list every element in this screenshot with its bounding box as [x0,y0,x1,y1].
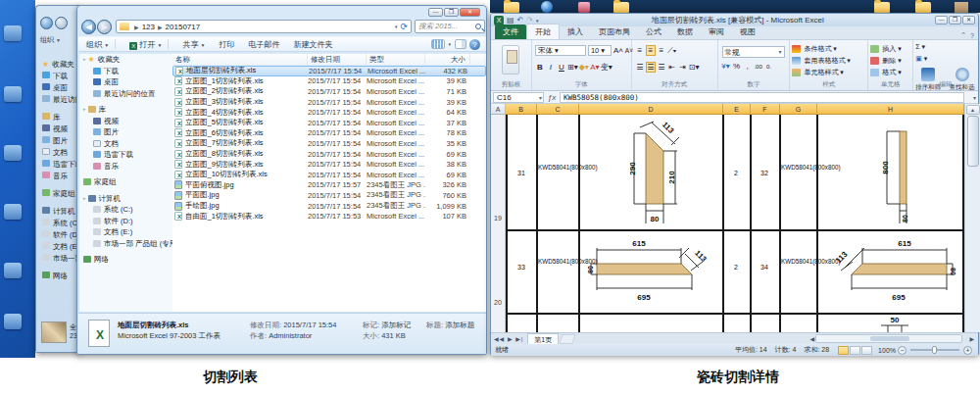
print-button[interactable]: 打印 [220,39,235,50]
sidebar-item-share[interactable]: 市场一部 产品组 (专用) [79,238,172,250]
tab-home[interactable]: 开始 [526,24,560,39]
cell-f19[interactable]: 32 [750,170,779,177]
explorer-window[interactable]: — ❐ ✕ ◀ ▶ ▶ 123 ▶ 20150717 ▾ ⟳ 搜索 2015..… [76,5,487,355]
save-button[interactable]: ▤ [507,16,514,25]
desktop-icon[interactable] [4,204,22,220]
hscroll-thumb[interactable] [870,336,909,341]
folder-icon[interactable] [915,2,931,13]
align-left-button[interactable]: ☰ [635,63,645,72]
open-button[interactable]: X打开 ▼ [129,39,162,50]
column-header-g[interactable]: G [780,104,817,115]
forward-button[interactable] [55,17,68,29]
cell-b19[interactable]: 31 [506,170,537,177]
sidebar-item-thunder[interactable]: 迅雷下载 [42,159,80,171]
sidebar-item-downloads[interactable]: 下载 [42,71,80,82]
file-row[interactable]: 立面图_1切割砖列表.xls 2015/7/17 15:54Microsoft … [172,76,486,87]
sidebar-item-drive-e[interactable]: 文档 (E:) [42,241,80,253]
align-right-button[interactable]: ☰ [657,63,666,72]
cell-e19[interactable]: 2 [722,170,750,177]
column-header-d[interactable]: D [579,104,723,115]
merge-center-button[interactable]: ⊡▾ [689,63,700,72]
fill-button[interactable]: ▣ ▾ [913,53,978,65]
add-tag-link[interactable]: 添加标记 [381,321,411,329]
column-name[interactable]: 名称 [172,54,308,65]
increase-indent-button[interactable]: ⇥ [678,63,688,72]
file-row[interactable]: 立面图_4切割砖列表.xls 2015/7/17 15:54Microsoft … [172,107,486,118]
row-header-19[interactable]: 19 [491,215,505,222]
font-size-select[interactable]: 10 ▾ [588,45,612,56]
insert-worksheet-tab[interactable] [560,334,576,344]
tab-insert[interactable]: 插入 [560,25,591,39]
help-button[interactable]: ? [469,39,480,50]
expand-icon[interactable]: ▸ [83,104,86,116]
phonetic-button[interactable]: 变▾ [601,62,612,73]
bold-button[interactable]: B [535,63,545,72]
cell-c19[interactable]: KWD58041(800x800) [538,164,577,172]
search-input[interactable]: 搜索 2015... [415,20,485,33]
tab-formulas[interactable]: 公式 [638,25,669,39]
maximize-button[interactable]: ❐ [444,8,459,17]
file-row[interactable]: 地面层切割砖列表.xls 2015/7/17 15:54Microsoft Ex… [172,66,486,76]
horizontal-scrollbar[interactable] [815,334,962,343]
sidebar-item-drive-d[interactable]: 软件 (D:) [79,216,172,227]
sidebar-item-recent[interactable]: 最近访问的位置 [42,94,80,106]
explorer-window-back[interactable]: 组织 ▼ ★收藏夹 下载 桌面 最近访问的位置 库 视频 图片 文档 迅雷下载 … [35,5,80,353]
desktop-icon[interactable] [4,263,22,278]
zoom-slider-knob[interactable] [932,346,937,354]
comma-button[interactable]: , [743,62,753,71]
sidebar-item-share[interactable]: 市场一部 产品组 (专用) [42,253,80,265]
column-date[interactable]: 修改日期 [308,54,367,65]
insert-cells-button[interactable]: 插入 ▾ [868,43,912,55]
tab-page-layout[interactable]: 页面布局 [591,25,638,39]
column-header-h[interactable]: H [817,104,964,115]
sidebar-item-desktop[interactable]: 桌面 [42,82,80,94]
decrease-decimal-button[interactable]: 0. [764,64,774,70]
page-layout-view-button[interactable] [850,346,860,355]
sidebar-item-pictures[interactable]: 图片 [79,126,172,138]
file-row[interactable]: 立面图_5切割砖列表.xls 2015/7/17 15:54Microsoft … [172,118,486,128]
views-button[interactable] [431,39,445,49]
sidebar-item-homegroup[interactable]: 家庭组 [42,188,80,200]
column-header-b[interactable]: B [506,104,537,115]
desktop-icon[interactable] [4,25,22,41]
close-button[interactable]: ✕ [460,8,480,17]
zoom-out-button[interactable]: − [898,346,906,355]
font-name-select[interactable]: 宋体 ▾ [535,45,586,56]
sidebar-item-desktop[interactable]: 桌面 [79,76,172,88]
sidebar-item-computer[interactable]: ▸计算机 [79,193,172,205]
breadcrumb-item[interactable]: 123 [142,23,155,31]
cell-b20[interactable]: 33 [506,264,537,272]
vertical-scrollbar[interactable]: ▲ [964,104,980,332]
cell-styles-button[interactable]: 单元格样式 ▾ [790,67,867,78]
formula-bar-expand[interactable]: ▾ [973,94,976,101]
back-button[interactable]: ◀ [81,20,96,34]
column-header-e[interactable]: E [723,104,751,115]
file-row[interactable]: 立面图_10切割砖列表.xls 2015/7/17 15:54Microsoft… [172,170,486,180]
row-header-20[interactable]: 20 [491,299,505,306]
sidebar-item-libraries[interactable]: 库 [42,112,80,123]
format-cells-button[interactable]: 格式 ▾ [868,67,912,78]
percent-button[interactable]: % [732,62,742,71]
column-header-c[interactable]: C [537,104,579,115]
views-dropdown[interactable]: ▾ [448,41,451,47]
sidebar-item-libraries[interactable]: ▸库 [79,104,172,116]
desktop-icon[interactable] [4,86,22,102]
maximize-button[interactable]: ❐ [949,16,961,25]
number-format-select[interactable]: 常规 [722,46,785,58]
minimize-button[interactable]: — [428,8,443,17]
desktop-icon[interactable] [4,145,22,161]
back-button[interactable] [40,17,53,29]
file-row[interactable]: 立面图_3切割砖列表.xls 2015/7/17 15:54Microsoft … [172,97,486,108]
file-row[interactable]: 立面图_7切割砖列表.xls 2015/7/17 15:54Microsoft … [172,138,486,149]
cell-f20[interactable]: 34 [750,264,779,272]
cell-g20[interactable]: KWD58041(800x800) [781,258,815,266]
new-folder-button[interactable]: 新建文件夹 [294,39,333,50]
sidebar-item-music[interactable]: 音乐 [79,161,172,173]
back-window-toolbar[interactable]: 组织 ▼ [40,35,61,45]
decrease-indent-button[interactable]: ⇤ [667,63,677,72]
file-row[interactable]: 立面图_9切割砖列表.xls 2015/7/17 15:54Microsoft … [172,159,486,170]
share-button[interactable]: 共享 ▼ [182,39,205,50]
sidebar-item-documents[interactable]: 文档 [79,138,172,150]
folder-icon[interactable] [613,2,629,13]
fill-color-button[interactable]: ◆▾ [579,63,589,72]
